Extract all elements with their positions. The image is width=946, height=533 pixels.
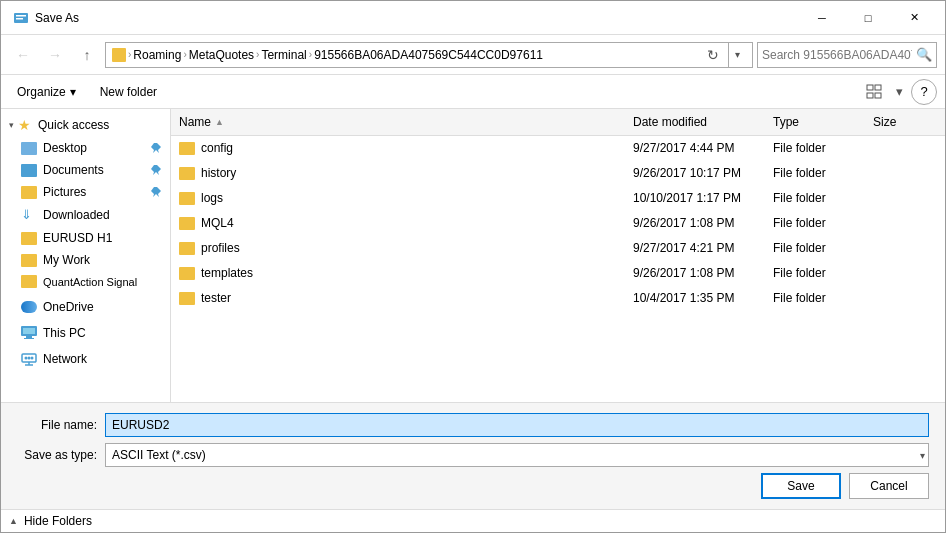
file-name-cell: profiles	[171, 238, 625, 258]
navigation-toolbar: ← → ↑ › Roaming › MetaQuotes › Terminal	[1, 35, 945, 75]
file-name-text: history	[201, 166, 236, 180]
address-dropdown-button[interactable]: ▾	[728, 42, 746, 68]
sidebar-item-documents[interactable]: Documents	[1, 159, 170, 181]
address-folder-icon	[112, 48, 126, 62]
file-date-cell: 9/27/2017 4:21 PM	[625, 238, 765, 258]
header-type[interactable]: Type	[765, 111, 865, 133]
sidebar-item-network[interactable]: Network	[1, 348, 170, 370]
sidebar-item-quantaction[interactable]: QuantAction Signal	[1, 271, 170, 292]
file-date-cell: 10/4/2017 1:35 PM	[625, 288, 765, 308]
sidebar-item-downloaded[interactable]: ⇓ Downloaded	[1, 203, 170, 227]
new-folder-button[interactable]: New folder	[92, 82, 165, 102]
sidebar-item-onedrive[interactable]: OneDrive	[1, 296, 170, 318]
file-name-text: config	[201, 141, 233, 155]
refresh-button[interactable]: ↻	[702, 44, 724, 66]
header-date-modified[interactable]: Date modified	[625, 111, 765, 133]
file-date-cell: 9/26/2017 1:08 PM	[625, 213, 765, 233]
filename-input[interactable]	[105, 413, 929, 437]
file-name-text: profiles	[201, 241, 240, 255]
hide-folders-row[interactable]: ▲ Hide Folders	[1, 509, 945, 532]
download-icon: ⇓	[21, 207, 37, 223]
file-list-header: Name ▲ Date modified Type Size	[171, 109, 945, 136]
filetype-select-wrapper[interactable]: ASCII Text (*.csv) CSV (*.csv) All Files…	[105, 443, 929, 467]
eurusd-folder-icon	[21, 232, 37, 245]
filetype-select[interactable]: ASCII Text (*.csv) CSV (*.csv) All Files…	[105, 443, 929, 467]
svg-rect-9	[26, 336, 32, 338]
header-name[interactable]: Name ▲	[171, 111, 625, 133]
filename-row: File name:	[17, 413, 929, 437]
back-button[interactable]: ←	[9, 41, 37, 69]
save-button[interactable]: Save	[761, 473, 841, 499]
file-type-cell: File folder	[765, 263, 865, 283]
table-row[interactable]: config 9/27/2017 4:44 PM File folder	[171, 136, 945, 161]
file-size-cell	[865, 145, 945, 151]
sidebar-item-mywork[interactable]: My Work	[1, 249, 170, 271]
organize-button[interactable]: Organize ▾	[9, 82, 84, 102]
onedrive-section: OneDrive	[1, 296, 170, 318]
svg-rect-4	[875, 85, 881, 90]
file-date-cell: 9/26/2017 10:17 PM	[625, 163, 765, 183]
network-section: Network	[1, 348, 170, 370]
close-button[interactable]: ✕	[891, 1, 937, 35]
view-dropdown-arrow[interactable]: ▾	[896, 84, 903, 99]
pin-icon	[150, 142, 162, 154]
table-row[interactable]: logs 10/10/2017 1:17 PM File folder	[171, 186, 945, 211]
sidebar-item-pictures[interactable]: Pictures	[1, 181, 170, 203]
file-type-cell: File folder	[765, 163, 865, 183]
sort-arrow: ▲	[215, 117, 224, 127]
action-bar: Organize ▾ New folder ▾ ?	[1, 75, 945, 109]
file-size-cell	[865, 170, 945, 176]
sidebar-item-eurusd[interactable]: EURUSD H1	[1, 227, 170, 249]
file-type-cell: File folder	[765, 213, 865, 233]
address-segment-roaming: Roaming	[133, 48, 181, 62]
address-segment-folder	[112, 48, 126, 62]
title-bar: Save As ─ □ ✕	[1, 1, 945, 35]
file-list: Name ▲ Date modified Type Size config 9	[171, 109, 945, 402]
minimize-button[interactable]: ─	[799, 1, 845, 35]
help-button[interactable]: ?	[911, 79, 937, 105]
title-bar-controls: ─ □ ✕	[799, 1, 937, 35]
dialog-icon	[13, 10, 29, 26]
svg-point-14	[25, 357, 28, 360]
view-icon	[866, 84, 882, 100]
up-button[interactable]: ↑	[73, 41, 101, 69]
file-type-cell: File folder	[765, 138, 865, 158]
file-name-cell: logs	[171, 188, 625, 208]
file-type-cell: File folder	[765, 288, 865, 308]
header-size[interactable]: Size	[865, 111, 945, 133]
save-as-dialog: Save As ─ □ ✕ ← → ↑ › Roaming › MetaQuot…	[0, 0, 946, 533]
quantaction-folder-icon	[21, 275, 37, 288]
file-type-cell: File folder	[765, 238, 865, 258]
onedrive-icon	[21, 301, 37, 313]
thispc-icon	[21, 326, 37, 340]
pin-icon-2	[150, 164, 162, 176]
table-row[interactable]: history 9/26/2017 10:17 PM File folder	[171, 161, 945, 186]
svg-point-16	[31, 357, 34, 360]
sidebar-item-thispc[interactable]: This PC	[1, 322, 170, 344]
pictures-icon	[21, 186, 37, 199]
filename-label: File name:	[17, 418, 97, 432]
maximize-button[interactable]: □	[845, 1, 891, 35]
forward-button[interactable]: →	[41, 41, 69, 69]
file-name-cell: tester	[171, 288, 625, 308]
table-row[interactable]: templates 9/26/2017 1:08 PM File folder	[171, 261, 945, 286]
address-segment-id: 915566BA06ADA407569C544CC0D97611	[314, 48, 543, 62]
address-path: › Roaming › MetaQuotes › Terminal › 9155…	[112, 48, 698, 62]
search-input[interactable]	[762, 48, 912, 62]
sidebar-item-desktop[interactable]: Desktop	[1, 137, 170, 159]
search-box[interactable]: 🔍	[757, 42, 937, 68]
file-rows-container: config 9/27/2017 4:44 PM File folder his…	[171, 136, 945, 311]
sidebar: ▾ ★ Quick access Desktop Documents	[1, 109, 171, 402]
cancel-button[interactable]: Cancel	[849, 473, 929, 499]
file-folder-icon	[179, 242, 195, 255]
view-button[interactable]	[860, 79, 888, 105]
table-row[interactable]: profiles 9/27/2017 4:21 PM File folder	[171, 236, 945, 261]
quick-access-header[interactable]: ▾ ★ Quick access	[1, 113, 170, 137]
desktop-icon	[21, 142, 37, 155]
svg-point-15	[28, 357, 31, 360]
address-bar[interactable]: › Roaming › MetaQuotes › Terminal › 9155…	[105, 42, 753, 68]
file-name-text: tester	[201, 291, 231, 305]
table-row[interactable]: MQL4 9/26/2017 1:08 PM File folder	[171, 211, 945, 236]
svg-rect-6	[875, 93, 881, 98]
table-row[interactable]: tester 10/4/2017 1:35 PM File folder	[171, 286, 945, 311]
